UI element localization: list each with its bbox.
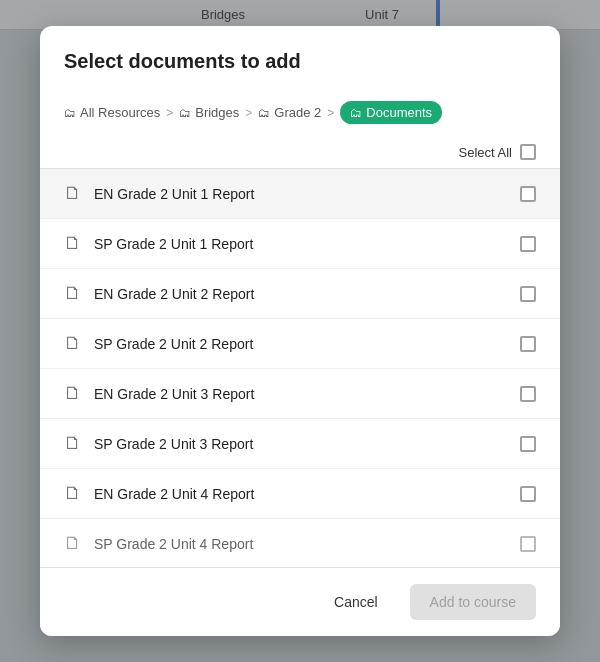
modal-header: Select documents to add bbox=[40, 26, 560, 89]
doc-checkbox-6[interactable] bbox=[520, 436, 536, 452]
breadcrumb-sep-2: > bbox=[245, 106, 252, 120]
list-item: 🗋 EN Grade 2 Unit 1 Report bbox=[40, 169, 560, 219]
list-item: 🗋 EN Grade 2 Unit 2 Report bbox=[40, 269, 560, 319]
folder-icon-documents: 🗂 bbox=[350, 106, 362, 120]
doc-icon-3: 🗋 bbox=[64, 283, 82, 304]
folder-icon-bridges: 🗂 bbox=[179, 106, 191, 120]
doc-checkbox-8[interactable] bbox=[520, 536, 536, 552]
cancel-button[interactable]: Cancel bbox=[314, 584, 398, 620]
breadcrumb-bridges[interactable]: 🗂 Bridges bbox=[179, 105, 239, 120]
doc-name-1: EN Grade 2 Unit 1 Report bbox=[94, 186, 508, 202]
breadcrumb-label-allresources: All Resources bbox=[80, 105, 160, 120]
doc-name-3: EN Grade 2 Unit 2 Report bbox=[94, 286, 508, 302]
doc-name-7: EN Grade 2 Unit 4 Report bbox=[94, 486, 508, 502]
modal-overlay: Select documents to add 🗂 All Resources … bbox=[0, 0, 600, 662]
select-all-row: Select All bbox=[40, 136, 560, 169]
doc-name-6: SP Grade 2 Unit 3 Report bbox=[94, 436, 508, 452]
list-item: 🗋 EN Grade 2 Unit 3 Report bbox=[40, 369, 560, 419]
modal-footer: Cancel Add to course bbox=[40, 567, 560, 636]
doc-name-2: SP Grade 2 Unit 1 Report bbox=[94, 236, 508, 252]
list-item: 🗋 EN Grade 2 Unit 4 Report bbox=[40, 469, 560, 519]
list-item: 🗋 SP Grade 2 Unit 1 Report bbox=[40, 219, 560, 269]
breadcrumb-sep-1: > bbox=[166, 106, 173, 120]
select-all-label: Select All bbox=[459, 145, 512, 160]
folder-icon-grade2: 🗂 bbox=[258, 106, 270, 120]
doc-checkbox-5[interactable] bbox=[520, 386, 536, 402]
doc-name-8: SP Grade 2 Unit 4 Report bbox=[94, 536, 508, 552]
doc-icon-6: 🗋 bbox=[64, 433, 82, 454]
breadcrumb-all-resources[interactable]: 🗂 All Resources bbox=[64, 105, 160, 120]
breadcrumb-grade2[interactable]: 🗂 Grade 2 bbox=[258, 105, 321, 120]
breadcrumb-label-bridges: Bridges bbox=[195, 105, 239, 120]
doc-checkbox-7[interactable] bbox=[520, 486, 536, 502]
list-item: 🗋 SP Grade 2 Unit 3 Report bbox=[40, 419, 560, 469]
breadcrumb-label-documents: Documents bbox=[366, 105, 432, 120]
select-documents-modal: Select documents to add 🗂 All Resources … bbox=[40, 26, 560, 636]
select-all-checkbox[interactable] bbox=[520, 144, 536, 160]
doc-icon-4: 🗋 bbox=[64, 333, 82, 354]
doc-checkbox-1[interactable] bbox=[520, 186, 536, 202]
doc-icon-7: 🗋 bbox=[64, 483, 82, 504]
breadcrumb-sep-3: > bbox=[327, 106, 334, 120]
breadcrumb-documents[interactable]: 🗂 Documents bbox=[340, 101, 442, 124]
doc-checkbox-2[interactable] bbox=[520, 236, 536, 252]
doc-icon-8: 🗋 bbox=[64, 533, 82, 554]
doc-icon-5: 🗋 bbox=[64, 383, 82, 404]
doc-name-5: EN Grade 2 Unit 3 Report bbox=[94, 386, 508, 402]
document-list: 🗋 EN Grade 2 Unit 1 Report 🗋 SP Grade 2 … bbox=[40, 169, 560, 567]
breadcrumb: 🗂 All Resources > 🗂 Bridges > 🗂 Grade 2 … bbox=[40, 89, 560, 136]
modal-title: Select documents to add bbox=[64, 50, 536, 73]
breadcrumb-label-grade2: Grade 2 bbox=[274, 105, 321, 120]
list-item: 🗋 SP Grade 2 Unit 4 Report bbox=[40, 519, 560, 567]
add-to-course-button[interactable]: Add to course bbox=[410, 584, 536, 620]
doc-name-4: SP Grade 2 Unit 2 Report bbox=[94, 336, 508, 352]
doc-checkbox-3[interactable] bbox=[520, 286, 536, 302]
list-item: 🗋 SP Grade 2 Unit 2 Report bbox=[40, 319, 560, 369]
doc-icon-2: 🗋 bbox=[64, 233, 82, 254]
folder-icon-allresources: 🗂 bbox=[64, 106, 76, 120]
doc-checkbox-4[interactable] bbox=[520, 336, 536, 352]
doc-icon-1: 🗋 bbox=[64, 183, 82, 204]
